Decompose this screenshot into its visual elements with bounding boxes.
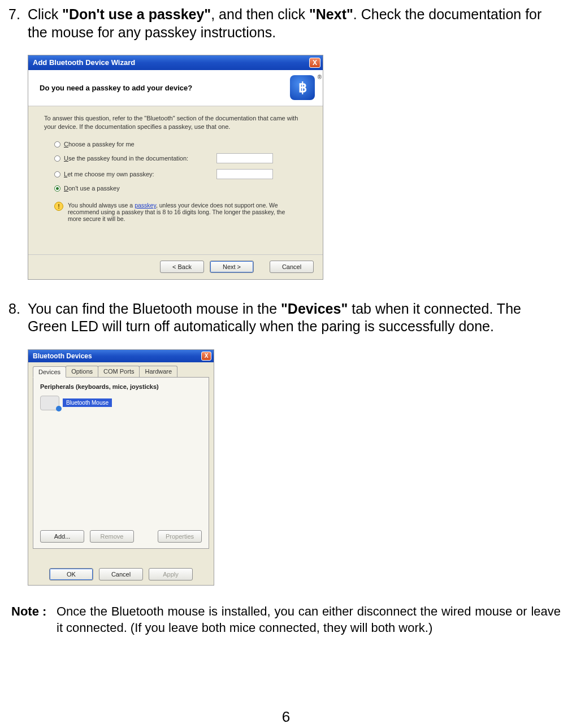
radio-icon — [54, 155, 60, 162]
note-body: Once the Bluetooth mouse is installed, y… — [57, 604, 561, 635]
passkey-link[interactable]: passkey — [135, 202, 156, 209]
bluetooth-icon: ฿ — [290, 75, 315, 100]
option-choose-for-me[interactable]: Choose a passkey for me — [54, 141, 307, 148]
info-note: ! You should always use a passkey, unles… — [44, 197, 307, 222]
devices-title: Bluetooth Devices — [33, 352, 92, 360]
step-7-text: 7. Click "Don't use a passkey", and then… — [8, 6, 564, 41]
wizard-dialog: Add Bluetooth Device Wizard X Do you nee… — [28, 55, 323, 280]
wizard-header: Do you need a passkey to add your device… — [28, 70, 323, 106]
option-no-passkey[interactable]: Don't use a passkey — [54, 185, 307, 192]
devices-footer: OK Cancel Apply — [28, 568, 214, 580]
tab-strip: Devices Options COM Ports Hardware — [28, 362, 214, 377]
passkey-own-input[interactable] — [216, 169, 273, 179]
tab-options[interactable]: Options — [66, 366, 98, 377]
wizard-instructions: To answer this question, refer to the "B… — [44, 114, 307, 131]
page-number: 6 — [0, 708, 572, 726]
option-own-passkey[interactable]: Let me choose my own passkey: — [54, 169, 307, 179]
next-button[interactable]: Next > — [210, 261, 254, 273]
step-8-number: 8. — [8, 301, 20, 317]
wizard-heading: Do you need a passkey to add your device… — [40, 84, 192, 92]
tab-hardware[interactable]: Hardware — [139, 366, 177, 377]
category-label: Peripherals (keyboards, mice, joysticks) — [40, 383, 202, 390]
wizard-buttons: < Back Next > Cancel — [28, 254, 323, 279]
cancel-button[interactable]: Cancel — [99, 568, 143, 580]
tab-devices[interactable]: Devices — [33, 366, 66, 378]
option-from-documentation[interactable]: Use the passkey found in the documentati… — [54, 153, 307, 163]
step-7-mid: , and then click — [211, 6, 309, 22]
note-label: Note : — [11, 604, 46, 618]
properties-button[interactable]: Properties — [158, 530, 202, 543]
devices-dialog: Bluetooth Devices X Devices Options COM … — [28, 349, 214, 586]
step-7-pre: Click — [28, 6, 62, 22]
mouse-icon — [40, 396, 59, 410]
passkey-doc-input[interactable] — [216, 153, 273, 163]
device-label: Bluetooth Mouse — [63, 398, 112, 407]
wizard-titlebar: Add Bluetooth Device Wizard X — [28, 55, 323, 70]
note-text: Note : Once the Bluetooth mouse is insta… — [8, 604, 564, 636]
radio-icon — [54, 171, 60, 177]
passkey-options: Choose a passkey for me Use the passkey … — [44, 141, 307, 192]
tab-com-ports[interactable]: COM Ports — [98, 366, 140, 377]
radio-icon — [54, 185, 60, 192]
radio-icon — [54, 141, 60, 148]
apply-button[interactable]: Apply — [149, 568, 193, 580]
close-icon[interactable]: X — [201, 352, 211, 361]
ok-button[interactable]: OK — [49, 568, 93, 580]
device-item[interactable]: Bluetooth Mouse — [40, 396, 202, 410]
step-7-bold2: "Next" — [309, 6, 353, 22]
wizard-body: To answer this question, refer to the "B… — [28, 106, 323, 223]
wizard-title: Add Bluetooth Device Wizard — [33, 58, 135, 67]
step-7-number: 7. — [8, 6, 20, 22]
devices-titlebar: Bluetooth Devices X — [28, 350, 214, 362]
devices-pane: Peripherals (keyboards, mice, joysticks)… — [33, 377, 209, 549]
add-button[interactable]: Add... — [40, 530, 84, 543]
step-8-pre: You can find the Bluetooth mouse in the — [28, 301, 281, 317]
warning-icon: ! — [54, 202, 63, 211]
step-8-bold1: "Devices" — [281, 301, 348, 317]
step-8-text: 8. You can find the Bluetooth mouse in t… — [8, 300, 564, 336]
back-button[interactable]: < Back — [160, 261, 204, 273]
close-icon[interactable]: X — [309, 58, 320, 68]
cancel-button[interactable]: Cancel — [270, 261, 314, 273]
step-7-bold1: "Don't use a passkey" — [62, 6, 211, 22]
remove-button[interactable]: Remove — [90, 530, 134, 543]
